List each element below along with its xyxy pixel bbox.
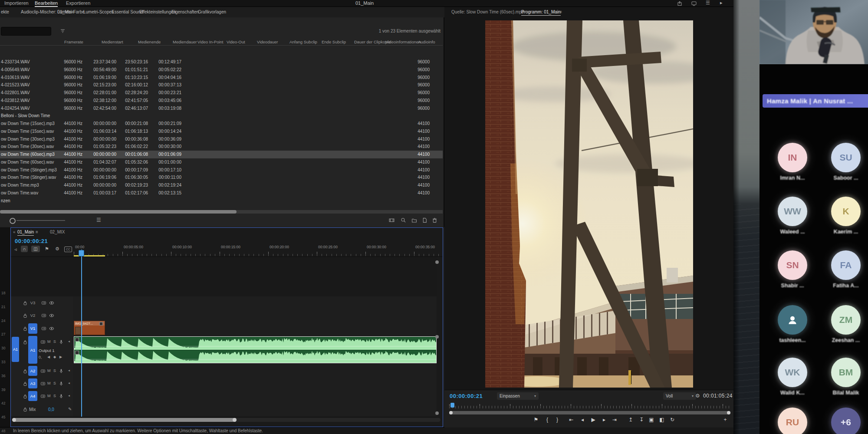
timeline-settings-wrench-icon[interactable]: ⚙ (55, 246, 59, 252)
loop-button[interactable]: ↻ (668, 417, 676, 423)
sync-lock-icon[interactable] (41, 326, 46, 331)
media-list-row[interactable]: ow Down Time (Stinger).mp344100 Hz00:00:… (0, 166, 443, 174)
collapse-track-icon[interactable]: ◂ (68, 368, 70, 372)
voiceover-record-icon[interactable] (59, 339, 64, 345)
media-list-row[interactable]: ow Down Time (30sec).mp344100 Hz00:00:00… (0, 135, 443, 143)
step-back-button[interactable]: ◂ (579, 417, 586, 423)
voiceover-record-icon[interactable] (59, 368, 64, 374)
search-input[interactable] (1, 27, 51, 36)
track-badge-A4[interactable]: A4 (28, 391, 37, 401)
keyframe-value[interactable]: 0, (39, 355, 42, 359)
share-icon[interactable]: ▸ (720, 0, 723, 6)
track-lane-A4[interactable] (73, 390, 437, 403)
track-visibility-icon[interactable] (49, 313, 54, 318)
media-list-row[interactable]: 4-022801.WAV96000 Hz02:28:01:0002:28:24:… (0, 89, 443, 97)
lock-icon[interactable] (23, 381, 28, 386)
zoom-slider-track[interactable] (16, 220, 65, 221)
panel-menu-icon[interactable]: ≡ (559, 10, 562, 14)
media-list-row[interactable]: ow Down Time.wav44100 Hz01:00:03:1701:02… (0, 189, 443, 197)
solo-button[interactable]: S (53, 339, 56, 344)
lock-icon[interactable] (23, 407, 28, 412)
track-header-V3[interactable]: V3 (11, 296, 73, 309)
track-header-A4[interactable]: A4MS◂ (11, 390, 73, 403)
column-header-6[interactable]: Videodauer (257, 39, 278, 44)
timeline-hscroll-handle-left[interactable] (12, 418, 16, 422)
lock-icon[interactable] (23, 339, 28, 345)
track-header-V1[interactable]: V1 (11, 322, 73, 335)
add-keyframe-icon[interactable]: ◆ (53, 355, 56, 359)
track-header-A1[interactable]: A1MS◂Output 10,◀◆▶ (11, 335, 73, 365)
track-header-V2[interactable]: V2 (11, 309, 73, 322)
panel-menu-icon[interactable]: ≡ (36, 230, 38, 234)
timeline-vscroll-handle[interactable] (435, 260, 439, 264)
playhead-line[interactable] (81, 250, 82, 417)
column-header-8[interactable]: Ende Subclip (322, 39, 346, 44)
column-header-10[interactable]: Videoinformationen (385, 39, 421, 44)
media-list-row[interactable]: ow Down Time (30sec).wav44100 Hz01:05:32… (0, 143, 443, 151)
track-lane-A3[interactable] (73, 377, 437, 390)
button-editor-button[interactable]: + (721, 417, 729, 423)
sync-lock-icon[interactable] (41, 300, 46, 306)
media-list-row[interactable]: ow Down Time (60sec).mp344100 Hz00:00:00… (0, 151, 443, 158)
lock-icon[interactable] (23, 326, 28, 331)
extract-button[interactable]: ↧ (638, 417, 645, 423)
playhead-marker[interactable] (79, 250, 84, 256)
new-item-icon[interactable] (422, 217, 427, 223)
timeline-timecode[interactable]: 00:00:00:21 (15, 238, 48, 244)
playback-quality-select[interactable]: Voll▾ (663, 392, 696, 400)
pen-icon[interactable]: ✎ (68, 407, 72, 411)
audio-clip[interactable] (74, 336, 437, 363)
track-lane-Mix[interactable] (73, 402, 437, 417)
add-marker-button[interactable]: ⚑ (532, 417, 540, 423)
export-frame-button[interactable]: ▣ (648, 417, 655, 423)
program-scrubber-handle-right[interactable] (727, 411, 730, 414)
participant-tile[interactable]: KKaerim ... (822, 194, 868, 238)
track-header-Mix[interactable]: Mix0,0✎ (11, 402, 73, 417)
media-list-row[interactable]: 4-010619.WAV96000 Hz01:06:19:0001:10:23:… (0, 74, 443, 82)
panel-tab-6[interactable]: Eigenschaften (171, 10, 199, 14)
track-header-A2[interactable]: A2MS◂ (11, 365, 73, 378)
lock-icon[interactable] (23, 368, 28, 374)
media-list-row[interactable]: ow Down Time (Stinger).wav44100 Hz01:06:… (0, 174, 443, 181)
solo-button[interactable]: S (53, 368, 56, 373)
timeline-vscroll-handle[interactable] (435, 411, 439, 415)
participant-tile[interactable]: BMBilal Malik (822, 355, 868, 399)
sync-lock-icon[interactable] (40, 339, 46, 345)
zoom-slider-handle[interactable] (10, 218, 16, 224)
media-list-row[interactable]: ow Down Time (15sec).mp344100 Hz00:00:00… (0, 120, 443, 128)
timeline-hscroll-handle-right[interactable] (233, 418, 237, 422)
mute-button[interactable]: M (47, 394, 51, 398)
source-monitor-tab[interactable]: Quelle: Slow Down Time (60sec).mp3 (451, 10, 524, 14)
monitor-settings-wrench-icon[interactable]: ⚙ (695, 393, 700, 399)
lock-icon[interactable] (23, 394, 28, 399)
menu-item-bearbeiten[interactable]: Bearbeiten (35, 0, 58, 7)
mark-in-button[interactable]: { (543, 417, 551, 423)
participant-tile[interactable]: tashleen... (769, 302, 816, 347)
delete-icon[interactable] (432, 217, 437, 223)
program-playhead-marker[interactable] (450, 403, 454, 408)
participant-tile[interactable]: RU (769, 405, 816, 434)
media-list-row[interactable]: ow Down Time (15sec).wav44100 Hz01:06:03… (0, 128, 443, 135)
participant-tile[interactable]: SNShabir ... (769, 248, 816, 292)
participant-tile[interactable]: WWWaleed ... (769, 194, 816, 238)
track-badge-A2[interactable]: A2 (28, 366, 37, 376)
panel-tab-2[interactable]: Lumetri-Farbe (57, 10, 85, 14)
mute-button[interactable]: M (47, 368, 51, 373)
collapse-track-icon[interactable]: ◂ (68, 339, 70, 343)
panel-tab-7[interactable]: Grafikvorlagen (198, 10, 226, 14)
participant-tile[interactable]: ZMZeeshan ... (822, 302, 868, 347)
lock-icon[interactable] (23, 313, 28, 318)
source-patch-badge[interactable]: A1 (12, 337, 19, 362)
linked-selection-button[interactable]: ◫ (31, 246, 40, 252)
webcam-tile[interactable] (760, 0, 868, 64)
participant-tile[interactable]: SUSaboor ... (822, 140, 868, 184)
go-to-out-button[interactable]: ⇥ (611, 417, 618, 423)
zoom-level-select[interactable]: Einpassen▾ (497, 392, 539, 400)
voiceover-record-icon[interactable] (59, 381, 64, 386)
voiceover-record-icon[interactable] (59, 394, 64, 399)
track-lane-V3[interactable] (73, 296, 437, 309)
participant-tile[interactable]: INImran N... (769, 140, 816, 184)
sync-lock-icon[interactable] (41, 313, 46, 318)
track-badge-V3[interactable]: V3 (28, 298, 37, 308)
next-keyframe-icon[interactable]: ▶ (59, 355, 62, 359)
